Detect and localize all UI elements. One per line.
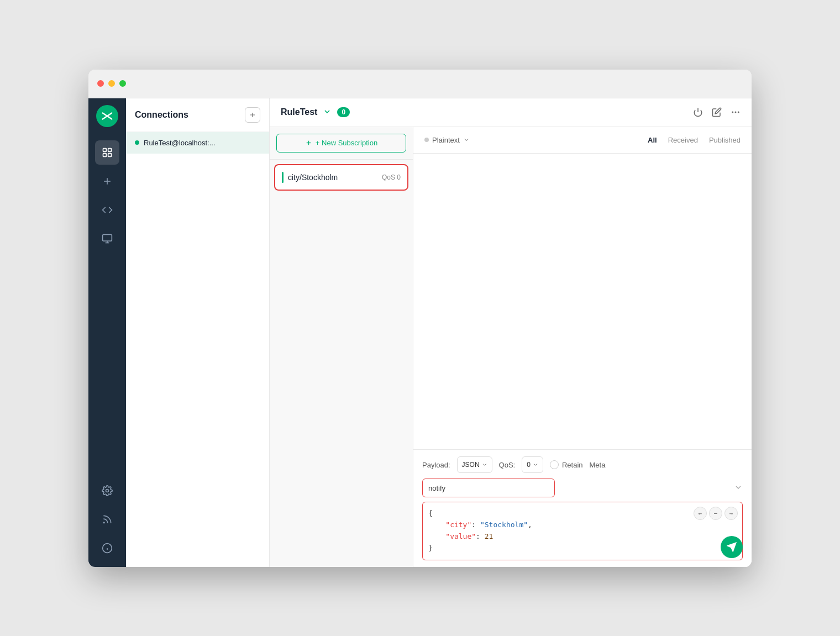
clear-action-button[interactable]: − bbox=[709, 507, 722, 520]
connections-header: Connections bbox=[126, 98, 269, 132]
sidebar-item-monitor[interactable] bbox=[95, 227, 119, 251]
connections-panel: Connections RuleTest@localhost:... bbox=[126, 98, 270, 567]
main-content: Connections RuleTest@localhost:... RuleT… bbox=[88, 98, 752, 567]
chevron-down-icon[interactable] bbox=[323, 107, 332, 118]
sidebar-item-settings[interactable] bbox=[95, 479, 119, 503]
connection-name: RuleTest@localhost:... bbox=[144, 139, 216, 147]
header-left: RuleTest 0 bbox=[281, 107, 350, 118]
payload-actions: ← − → bbox=[694, 507, 738, 520]
main-panel: RuleTest 0 bbox=[270, 98, 752, 567]
connections-title: Connections bbox=[135, 110, 188, 120]
new-subscription-button[interactable]: + New Subscription bbox=[276, 134, 406, 153]
minimize-button[interactable] bbox=[108, 80, 115, 87]
power-icon[interactable] bbox=[693, 107, 703, 117]
connection-item[interactable]: RuleTest@localhost:... bbox=[126, 132, 269, 154]
sidebar-item-add[interactable] bbox=[95, 169, 119, 193]
collapse-icon[interactable] bbox=[734, 483, 743, 493]
payload-label: Payload: bbox=[422, 461, 450, 469]
retain-circle bbox=[550, 460, 559, 469]
meta-button[interactable]: Meta bbox=[590, 461, 606, 469]
edit-icon[interactable] bbox=[712, 107, 722, 117]
svg-rect-6 bbox=[103, 234, 112, 241]
split-panel: + New Subscription city/Stockholm QoS 0 bbox=[270, 127, 752, 567]
qos-select[interactable]: 0 bbox=[522, 456, 543, 473]
subscription-item[interactable]: city/Stockholm QoS 0 bbox=[274, 164, 408, 191]
nav-sidebar bbox=[88, 98, 126, 567]
svg-rect-3 bbox=[108, 153, 112, 156]
subscriptions-panel: + New Subscription city/Stockholm QoS 0 bbox=[270, 127, 413, 567]
tab-all[interactable]: All bbox=[648, 134, 657, 146]
svg-point-10 bbox=[103, 522, 104, 523]
topic-input[interactable] bbox=[422, 479, 555, 497]
payload-content: { "city": "Stockholm", "value": 21 } bbox=[428, 508, 737, 554]
message-header: Plaintext All Received Published bbox=[413, 127, 752, 154]
payload-format-select[interactable]: JSON bbox=[457, 456, 492, 473]
subscription-color-bar bbox=[282, 172, 284, 183]
tab-received[interactable]: Received bbox=[668, 134, 698, 146]
sidebar-item-info[interactable] bbox=[95, 536, 119, 560]
message-body bbox=[413, 154, 752, 450]
svg-point-9 bbox=[106, 489, 109, 492]
message-tabs: All Received Published bbox=[648, 134, 741, 146]
sidebar-item-scripts[interactable] bbox=[95, 198, 119, 222]
sidebar-item-connections[interactable] bbox=[95, 140, 119, 165]
send-button[interactable] bbox=[721, 536, 743, 558]
topic-row bbox=[422, 479, 743, 497]
subscription-item-left: city/Stockholm bbox=[282, 172, 338, 183]
close-button[interactable] bbox=[97, 80, 104, 87]
subscription-qos: QoS 0 bbox=[382, 174, 401, 181]
svg-rect-0 bbox=[103, 148, 107, 151]
back-action-button[interactable]: ← bbox=[694, 507, 707, 520]
svg-point-18 bbox=[735, 112, 736, 113]
add-connection-button[interactable] bbox=[245, 107, 260, 123]
subscription-list: city/Stockholm QoS 0 bbox=[270, 160, 413, 567]
publish-area: Payload: JSON QoS: 0 bbox=[413, 449, 752, 566]
format-dot bbox=[424, 138, 429, 142]
format-label: Plaintext bbox=[432, 136, 460, 144]
more-icon[interactable] bbox=[731, 107, 741, 117]
tab-published[interactable]: Published bbox=[709, 134, 741, 146]
main-header: RuleTest 0 bbox=[270, 98, 752, 127]
titlebar bbox=[88, 70, 752, 98]
message-count-badge: 0 bbox=[337, 107, 350, 117]
qos-label: QoS: bbox=[499, 461, 516, 469]
app-logo[interactable] bbox=[96, 105, 118, 127]
qos-select-chevron-icon bbox=[533, 462, 538, 467]
fullscreen-button[interactable] bbox=[119, 80, 126, 87]
svg-rect-2 bbox=[103, 153, 107, 156]
format-select-chevron-icon bbox=[482, 462, 487, 467]
header-right bbox=[693, 107, 741, 117]
subscription-toolbar: + New Subscription bbox=[270, 127, 413, 160]
format-select[interactable]: Plaintext bbox=[424, 136, 470, 144]
svg-rect-1 bbox=[108, 148, 112, 151]
payload-editor[interactable]: ← − → { "city": "Stockholm", "value": 21… bbox=[422, 502, 743, 560]
svg-point-19 bbox=[738, 112, 739, 113]
connection-status-dot bbox=[135, 140, 139, 145]
sidebar-item-feeds[interactable] bbox=[95, 507, 119, 532]
message-panel: Plaintext All Received Published bbox=[413, 127, 752, 567]
connection-title: RuleTest bbox=[281, 107, 317, 117]
format-chevron-icon bbox=[463, 136, 470, 143]
retain-label: Retain bbox=[562, 461, 583, 469]
publish-toolbar: Payload: JSON QoS: 0 bbox=[422, 456, 743, 473]
main-window: Connections RuleTest@localhost:... RuleT… bbox=[88, 70, 752, 567]
svg-marker-23 bbox=[728, 543, 736, 551]
svg-point-17 bbox=[732, 112, 733, 113]
subscription-topic: city/Stockholm bbox=[288, 173, 338, 182]
forward-action-button[interactable]: → bbox=[725, 507, 738, 520]
retain-toggle[interactable]: Retain bbox=[550, 460, 583, 469]
